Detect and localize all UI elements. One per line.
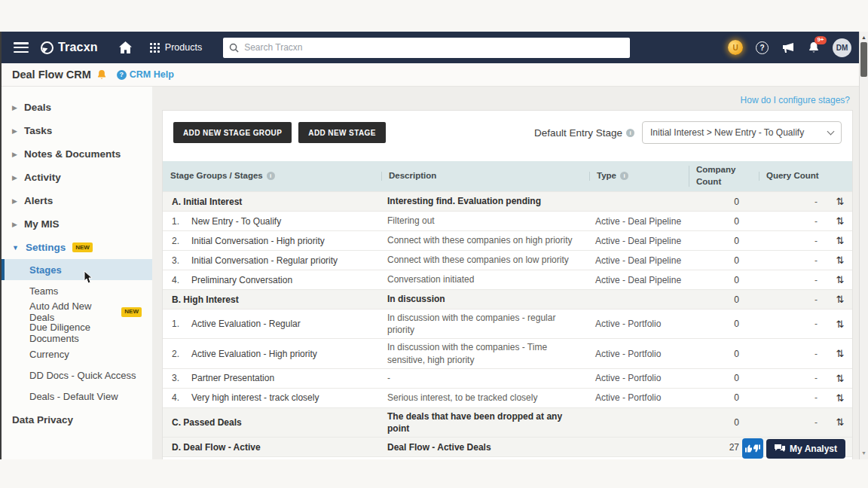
page-title: Deal Flow CRM (12, 69, 91, 81)
help-icon[interactable]: ? (756, 41, 769, 54)
table-row[interactable]: 4.Very high interest - track closely Ser… (163, 388, 852, 407)
table-row[interactable]: 2.Initial Conversation - High priority C… (163, 230, 852, 250)
table-header: Stage Groups / Stages Description Type C… (163, 161, 852, 191)
reorder-icon[interactable]: ⇅ (828, 255, 852, 266)
user-avatar[interactable]: DM (833, 38, 851, 57)
stages-toolbar: ADD NEW STAGE GROUP ADD NEW STAGE Defaul… (163, 111, 852, 161)
page-header: Deal Flow CRM ? CRM Help (2, 63, 868, 87)
tracxn-logo-icon (41, 41, 53, 54)
col-type: Type (589, 167, 689, 185)
chevron-right-icon: ▶ (12, 197, 17, 205)
my-analyst-button[interactable]: My Analyst (766, 439, 845, 459)
chat-icon (775, 444, 785, 453)
add-stage-button[interactable]: ADD NEW STAGE (298, 122, 385, 143)
top-navbar: Tracxn Products U ? 9+ (2, 32, 868, 63)
table-row[interactable]: 1.New Entry - To Qualify Filtering out A… (163, 211, 852, 230)
col-stage-groups: Stage Groups / Stages (163, 167, 381, 185)
add-stage-group-button[interactable]: ADD NEW STAGE GROUP (173, 122, 292, 143)
reorder-icon[interactable]: ⇅ (828, 196, 852, 207)
sidebar-item-settings[interactable]: ▼ Settings NEW (2, 236, 152, 259)
screenshot-canvas: Tracxn Products U ? 9+ (0, 0, 868, 488)
products-menu[interactable]: Products (150, 42, 202, 53)
col-reorder (828, 173, 852, 179)
sidebar-subitem-auto-add-new-deals[interactable]: Auto Add New Deals NEW (2, 301, 152, 322)
navbar-actions: U ? 9+ DM (728, 32, 851, 63)
sidebar-subitem-teams[interactable]: Teams (2, 280, 152, 301)
question-circle-icon: ? (117, 70, 127, 80)
reorder-icon[interactable]: ⇅ (828, 215, 852, 227)
scrollbar-thumb[interactable] (860, 42, 867, 77)
sidebar-item-tasks[interactable]: ▶ Tasks (2, 119, 152, 142)
reorder-icon[interactable]: ⇅ (828, 235, 852, 246)
new-badge: NEW (72, 242, 93, 252)
sidebar-item-my-mis[interactable]: ▶ My MIS (2, 212, 152, 236)
sidebar-subitem-due-diligence-documents[interactable]: Due Diligence Documents (2, 322, 152, 343)
reorder-icon[interactable]: ⇅ (828, 392, 852, 404)
search-icon (229, 43, 239, 53)
app-window: Tracxn Products U ? 9+ (0, 32, 868, 459)
chevron-right-icon: ▶ (12, 174, 17, 181)
chevron-right-icon: ▶ (12, 127, 17, 135)
reorder-icon[interactable]: ⇅ (828, 373, 852, 384)
announcements-icon[interactable] (781, 42, 795, 53)
search-input[interactable] (244, 42, 624, 53)
notification-badge: 9+ (815, 36, 827, 44)
reorder-icon[interactable]: ⇅ (828, 274, 852, 285)
chevron-down-icon (827, 127, 835, 135)
reorder-icon[interactable]: ⇅ (828, 319, 852, 330)
sidebar-item-deals[interactable]: ▶ Deals (2, 96, 152, 119)
sidebar-item-data-privacy[interactable]: Data Privacy (2, 408, 152, 432)
default-entry-stage-label: Default Entry Stage (534, 127, 634, 139)
stages-card: ADD NEW STAGE GROUP ADD NEW STAGE Defaul… (162, 110, 853, 459)
products-label: Products (165, 42, 202, 53)
table-body: A. Initial Interest Interesting find. Ev… (163, 191, 852, 459)
table-row[interactable]: 2.Active Evaluation - High priority In d… (163, 338, 852, 368)
thumbs-up-icon (745, 444, 752, 453)
sidebar-item-notes-documents[interactable]: ▶ Notes & Documents (2, 142, 152, 166)
configure-stages-link[interactable]: How do I configure stages? (741, 95, 850, 105)
chevron-right-icon: ▶ (12, 104, 17, 111)
chevron-down-icon: ▼ (12, 244, 19, 252)
col-company-count: Company Count (689, 161, 759, 191)
table-row[interactable]: 1.Active Evaluation - Regular In discuss… (163, 309, 852, 338)
reorder-icon[interactable]: ⇅ (828, 294, 852, 305)
table-row[interactable]: 3.Initial Conversation - Regular priorit… (163, 250, 852, 270)
table-row[interactable]: A. Initial Interest Interesting find. Ev… (163, 191, 852, 211)
floating-actions: My Analyst (742, 438, 845, 459)
scroll-down-arrow[interactable]: ▼ (860, 447, 868, 458)
sidebar-subitem-deals-default-view[interactable]: Deals - Default View (2, 386, 152, 407)
table-row[interactable]: 4.Preliminary Conversation Conversation … (163, 270, 852, 289)
vertical-scrollbar[interactable]: ▲ ▼ (859, 32, 868, 459)
info-icon[interactable] (620, 172, 628, 180)
global-search (223, 38, 630, 58)
table-row[interactable]: C. Passed Deals The deals that have been… (163, 407, 852, 437)
default-entry-stage-select[interactable]: Initial Interest > New Entry - To Qualif… (642, 121, 842, 144)
table-row[interactable]: B. High Interest In discussion 0 - ⇅ (163, 289, 852, 309)
home-icon[interactable] (119, 41, 132, 53)
sidebar-subitem-dd-docs-quick-access[interactable]: DD Docs - Quick Access (2, 364, 152, 386)
notifications-bell-icon[interactable]: 9+ (808, 41, 820, 54)
sidebar-item-alerts[interactable]: ▶ Alerts (2, 189, 152, 212)
sidebar-subitem-stages[interactable]: Stages (2, 259, 152, 280)
chevron-right-icon: ▶ (12, 151, 17, 158)
hamburger-menu-icon[interactable] (14, 42, 29, 53)
sidebar-item-activity[interactable]: ▶ Activity (2, 166, 152, 189)
sidebar: ▶ Deals ▶ Tasks ▶ Notes & Documents ▶ Ac… (2, 87, 152, 459)
rewards-coin-icon[interactable]: U (728, 40, 743, 55)
table-row[interactable]: 3.Partner Presentation - Active - Portfo… (163, 368, 852, 388)
brand-name: Tracxn (58, 41, 98, 54)
tracxn-logo[interactable]: Tracxn (41, 41, 98, 54)
crm-bell-icon[interactable] (96, 69, 107, 81)
feedback-thumbs-button[interactable] (742, 438, 763, 459)
info-icon[interactable] (626, 129, 634, 137)
col-query-count: Query Count (759, 167, 828, 185)
crm-help-link[interactable]: ? CRM Help (117, 69, 174, 80)
new-badge: NEW (121, 307, 142, 317)
apps-grid-icon (150, 43, 160, 53)
reorder-icon[interactable]: ⇅ (828, 416, 852, 428)
chevron-right-icon: ▶ (12, 221, 17, 228)
info-icon[interactable] (267, 172, 275, 180)
sidebar-subitem-currency[interactable]: Currency (2, 343, 152, 364)
reorder-icon[interactable]: ⇅ (828, 348, 852, 359)
scroll-up-arrow[interactable]: ▲ (860, 32, 868, 42)
